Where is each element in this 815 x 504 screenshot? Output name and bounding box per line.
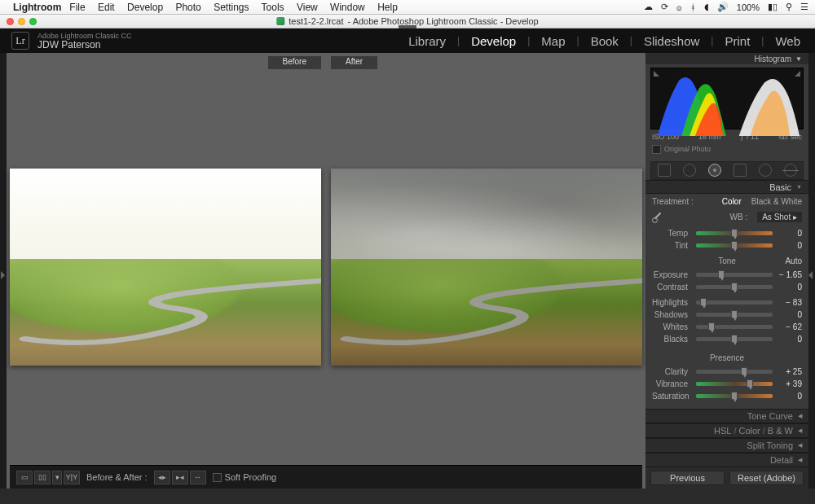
menubar-controls-icon[interactable]: ☰ [800, 2, 808, 12]
split-toning-panel-header[interactable]: Split Toning◀ [645, 438, 808, 453]
slider-thumb[interactable] [731, 310, 738, 318]
right-panel-edge[interactable] [808, 53, 815, 489]
view-mode-dropdown-icon[interactable]: ▾ [52, 471, 62, 484]
menubar-volume-icon[interactable]: 🔊 [717, 2, 729, 12]
left-panel-collapsed[interactable] [0, 53, 7, 489]
after-image[interactable] [331, 69, 642, 465]
slider-thumb[interactable] [731, 392, 738, 400]
slider-thumb[interactable] [708, 322, 715, 331]
module-book[interactable]: Book [588, 33, 622, 50]
basic-panel-header[interactable]: Basic▼ [645, 180, 808, 195]
view-mode-split-button[interactable]: ▯▯ [34, 471, 51, 484]
slider-track[interactable] [696, 337, 773, 341]
crop-tool[interactable] [658, 164, 671, 177]
histogram-header[interactable]: Histogram▼ [645, 53, 808, 64]
menu-view[interactable]: View [297, 2, 318, 13]
slider-thumb[interactable] [731, 241, 738, 249]
module-develop[interactable]: Develop [468, 33, 519, 50]
slider-vibrance[interactable]: Vibrance+ 39 [652, 378, 802, 390]
slider-exposure[interactable]: Exposure− 1.65 [652, 269, 802, 281]
menu-help[interactable]: Help [377, 2, 398, 13]
menubar-battery-icon[interactable]: ▮▯ [768, 2, 778, 12]
module-slideshow[interactable]: Slideshow [641, 33, 703, 50]
menu-edit[interactable]: Edit [98, 2, 115, 13]
slider-thumb[interactable] [718, 270, 725, 278]
slider-thumb[interactable] [731, 335, 738, 343]
window-zoom-button[interactable] [29, 18, 37, 25]
menubar-spotlight-icon[interactable]: ⚲ [786, 2, 792, 12]
ba-copy-before-button[interactable]: ◂▸ [154, 471, 170, 484]
slider-track[interactable] [696, 370, 773, 374]
slider-track[interactable] [696, 231, 773, 235]
hsl-panel-header[interactable]: HSL/Color/B & W◀ [645, 423, 808, 438]
slider-shadows[interactable]: Shadows0 [652, 309, 802, 321]
menubar-shield-icon[interactable]: ⌾ [676, 2, 682, 12]
slider-track[interactable] [696, 325, 773, 329]
slider-track[interactable] [696, 300, 773, 305]
before-image[interactable] [10, 69, 321, 465]
window-close-button[interactable] [7, 18, 14, 25]
module-web[interactable]: Web [772, 33, 804, 50]
window-minimize-button[interactable] [18, 18, 25, 25]
auto-tone-button[interactable]: Auto [785, 256, 802, 265]
slider-blacks[interactable]: Blacks0 [652, 333, 802, 345]
slider-temp[interactable]: Temp0 [652, 227, 802, 239]
graduated-filter-tool[interactable] [734, 164, 747, 177]
spot-removal-tool[interactable] [683, 164, 696, 177]
module-map[interactable]: Map [538, 33, 568, 50]
tone-curve-panel-header[interactable]: Tone Curve◀ [645, 409, 808, 423]
menubar-bluetooth-icon[interactable]: ᚼ [690, 2, 696, 12]
slider-thumb[interactable] [700, 298, 707, 306]
slider-whites[interactable]: Whites− 62 [652, 321, 802, 333]
slider-contrast[interactable]: Contrast0 [652, 281, 802, 293]
previous-button[interactable]: Previous [650, 471, 725, 485]
slider-tint[interactable]: Tint0 [652, 239, 802, 252]
treatment-color[interactable]: Color [722, 197, 742, 206]
slider-track[interactable] [696, 382, 773, 386]
left-panel-expand-icon[interactable] [1, 271, 5, 279]
treatment-bw[interactable]: Black & White [751, 197, 802, 206]
histogram[interactable] [650, 68, 804, 129]
slider-highlights[interactable]: Highlights− 83 [652, 296, 802, 309]
menubar-cloud-icon[interactable]: ☁︎ [644, 2, 653, 12]
slider-track[interactable] [696, 394, 773, 398]
ba-copy-after-button[interactable]: ▸◂ [172, 471, 188, 484]
view-mode-loupe-button[interactable]: ▭ [16, 471, 33, 484]
slider-saturation[interactable]: Saturation0 [652, 390, 802, 402]
soft-proofing-checkbox[interactable]: Soft Proofing [213, 472, 277, 482]
app-menu-name[interactable]: Lightroom [13, 2, 61, 13]
module-print[interactable]: Print [721, 33, 753, 50]
menu-window[interactable]: Window [330, 2, 365, 13]
wb-eyedropper-icon[interactable] [652, 211, 663, 222]
slider-track[interactable] [696, 243, 773, 248]
menu-photo[interactable]: Photo [175, 2, 200, 13]
disclosure-triangle-icon: ▼ [795, 55, 802, 63]
slider-thumb[interactable] [747, 379, 753, 388]
panel-collapse-tab-top[interactable] [399, 25, 416, 28]
radial-filter-tool[interactable] [759, 164, 772, 177]
adjustment-brush-tool[interactable] [784, 164, 797, 177]
slider-track[interactable] [696, 285, 773, 289]
menu-file[interactable]: File [69, 2, 85, 13]
menubar-battery-pct[interactable]: 100% [737, 2, 760, 12]
redeye-tool[interactable] [708, 164, 721, 177]
reset-button[interactable]: Reset (Adobe) [729, 471, 804, 485]
slider-clarity[interactable]: Clarity+ 25 [652, 366, 802, 378]
slider-track[interactable] [696, 313, 773, 317]
menu-develop[interactable]: Develop [127, 2, 163, 13]
slider-thumb[interactable] [741, 367, 747, 375]
original-photo-toggle[interactable]: Original Photo [645, 142, 808, 158]
ba-swap-button[interactable]: ↔ [190, 471, 206, 484]
menubar-sync-icon[interactable]: ⟳ [661, 2, 668, 12]
right-panel-collapse-icon[interactable] [808, 271, 813, 279]
slider-track[interactable] [696, 273, 773, 277]
menu-tools[interactable]: Tools [262, 2, 284, 13]
menubar-wifi-icon[interactable]: ◖ [704, 2, 709, 12]
module-library[interactable]: Library [405, 33, 449, 50]
view-mode-before-after-button[interactable]: Y|Y [64, 471, 80, 484]
detail-panel-header[interactable]: Detail◀ [645, 453, 808, 467]
slider-thumb[interactable] [731, 283, 738, 291]
wb-preset-dropdown[interactable]: As Shot ▸ [757, 212, 802, 222]
slider-thumb[interactable] [731, 229, 738, 237]
menu-settings[interactable]: Settings [214, 2, 249, 13]
